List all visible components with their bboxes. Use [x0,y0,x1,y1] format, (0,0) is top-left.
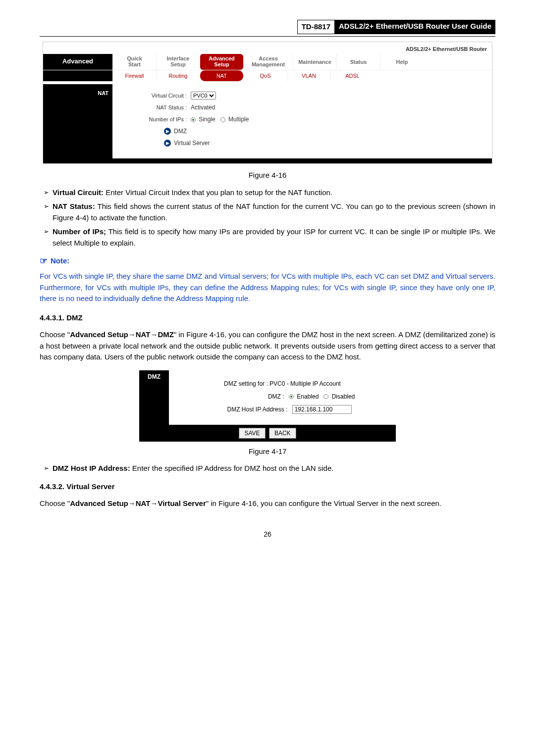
side-title-advanced: Advanced [43,54,112,70]
list-item: ➢ DMZ Host IP Address: Enter the specifi… [42,463,495,474]
triangle-icon: ➢ [42,201,53,223]
save-button[interactable]: SAVE [239,428,265,439]
note-label: Note: [51,255,69,267]
radio-single-label: Single [199,116,215,123]
header-rule [40,36,495,37]
subtab-firewall[interactable]: Firewall [112,70,156,81]
model-number: TD-8817 [297,20,335,34]
dmz-setting-text: DMZ setting for : PVC0 - Multiple IP Acc… [169,379,396,388]
tab-label: Setup [157,61,200,67]
bullet-list: ➢ DMZ Host IP Address: Enter the specifi… [42,463,495,474]
desc: This field is to specify how many IPs ar… [53,227,495,247]
link-virtual-server[interactable]: Virtual Server [174,139,210,148]
label-dmz: DMZ : [210,392,284,401]
router-nat-screenshot: ADSL2/2+ Ethernet/USB Router Advanced Qu… [43,42,492,164]
section-label-nat: NAT [43,84,112,158]
dmz-side-label: DMZ [139,370,169,425]
tab-label: Start [113,61,156,67]
sub-tabs: Firewall Routing NAT QoS VLAN ADSL [43,70,492,81]
router-brand: ADSL2/2+ Ethernet/USB Router [43,42,492,54]
term: Virtual Circuit: [53,188,104,197]
paragraph: Choose "Advanced Setup→NAT→DMZ" in Figur… [40,329,495,363]
tab-label: Access [259,55,278,61]
back-button[interactable]: BACK [269,428,296,439]
list-item: ➢ NAT Status: This field shows the curre… [42,201,495,223]
page-number: 26 [40,529,495,540]
desc: This field shows the current status of t… [53,202,495,222]
subtab-routing[interactable]: Routing [156,70,200,81]
bullet-list: ➢ Virtual Circuit: Enter Virtual Circuit… [42,187,495,249]
term: NAT Status: [53,202,95,210]
tab-label: Advanced [209,55,235,61]
tab-interface-setup[interactable]: Interface Setup [156,54,200,70]
dmz-screenshot: DMZ DMZ setting for : PVC0 - Multiple IP… [139,370,396,442]
value-nat-status: Activated [191,103,215,112]
tab-label: Management [244,61,293,67]
tab-quick-start[interactable]: Quick Start [112,54,156,70]
tab-label: Quick [127,55,142,61]
radio-multiple-label: Multiple [228,116,249,123]
radio-single[interactable] [191,117,196,122]
tab-access-management[interactable]: Access Management [243,54,293,70]
triangle-icon: ➢ [42,226,53,249]
note-heading: ☞ Note: [40,254,495,268]
label-dmz-host-ip: DMZ Host IP Address : [213,405,287,414]
figure-caption: Figure 4-16 [40,170,495,181]
triangle-icon: ➢ [42,463,53,474]
term: Number of IPs; [53,227,106,236]
subtab-vlan[interactable]: VLAN [287,70,330,81]
list-item: ➢ Number of IPs; This field is to specif… [42,226,495,249]
doc-title: ADSL2/2+ Ethernet/USB Router User Guide [335,20,495,34]
radio-multiple[interactable] [220,117,225,122]
label-virtual-circuit: Virtual Circuit : [132,92,187,100]
subtab-nat[interactable]: NAT [200,70,243,81]
select-virtual-circuit[interactable]: PVC0 [191,92,216,100]
triangle-icon: ➢ [42,187,53,199]
desc: Enter the specified IP Address for DMZ h… [130,464,334,472]
subtab-adsl[interactable]: ADSL [330,70,374,81]
radio-enabled[interactable] [289,394,294,399]
desc: Enter Virtual Circuit Index that you pla… [104,188,332,197]
hand-point-icon: ☞ [40,254,48,268]
tab-label: Interface [167,55,190,61]
label-nat-status: NAT Status : [132,103,187,112]
list-item: ➢ Virtual Circuit: Enter Virtual Circuit… [42,187,495,199]
link-dmz[interactable]: DMZ [174,127,187,136]
radio-enabled-label: Enabled [297,393,319,400]
figure-caption: Figure 4-17 [40,446,495,457]
tab-advanced-setup[interactable]: Advanced Setup [200,54,243,70]
router-footer [43,158,492,163]
tab-status[interactable]: Status [336,54,380,70]
section-heading-virtual-server: 4.4.3.2. Virtual Server [40,481,495,493]
subtab-qos[interactable]: QoS [243,70,287,81]
tab-help[interactable]: Help [380,54,424,70]
spacer [43,70,112,81]
top-tabs: Advanced Quick Start Interface Setup Adv… [43,54,492,70]
term: DMZ Host IP Address: [53,464,130,472]
arrow-icon: ▶ [164,140,171,147]
section-heading-dmz: 4.4.3.1. DMZ [40,312,495,324]
paragraph: Choose "Advanced Setup→NAT→Virtual Serve… [40,498,495,509]
arrow-icon: ▶ [164,128,171,135]
doc-header: TD-8817 ADSL2/2+ Ethernet/USB Router Use… [40,20,495,34]
tab-maintenance[interactable]: Maintenance [293,54,336,70]
note-body: For VCs with single IP, they share the s… [40,271,495,304]
label-number-of-ips: Number of IPs : [132,115,187,124]
radio-disabled[interactable] [323,394,328,399]
radio-disabled-label: Disabled [332,393,355,400]
input-dmz-host-ip[interactable] [292,405,352,414]
tab-label: Setup [200,61,243,67]
